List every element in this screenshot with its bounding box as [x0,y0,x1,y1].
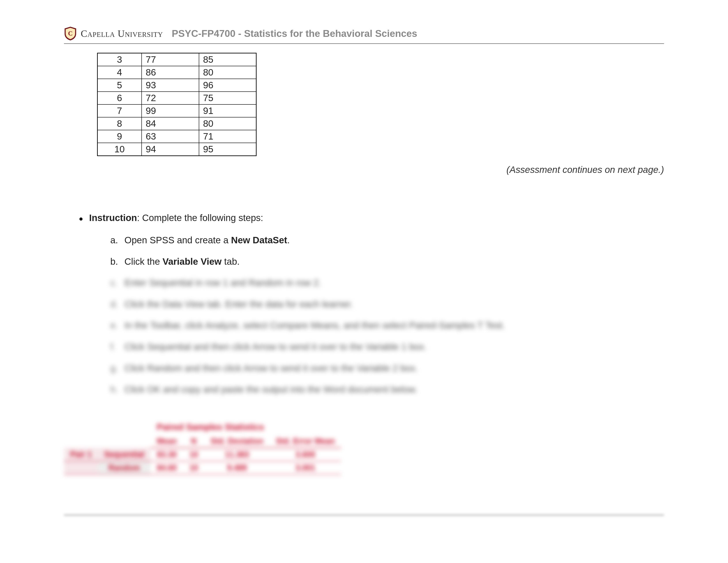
step-text: Click the Data View tab. Enter the data … [124,298,353,311]
cell-b: 91 [199,104,256,117]
cell-a: 99 [142,104,199,117]
ps-n: 10 [183,448,204,461]
instruction-label: Instruction [89,212,137,223]
ps-sd: 9.489 [204,461,270,475]
step-c: c. Enter Sequential in row 1 and Random … [110,277,664,289]
cell-b: 85 [199,53,256,66]
shield-icon: C [64,26,77,41]
cell-b: 80 [199,66,256,79]
step-bold: New DataSet [231,235,287,245]
table-row: 5 93 96 [98,79,256,92]
ps-row-name: Random [98,461,150,475]
ps-head-n: N [183,435,204,448]
cell-n: 4 [98,66,142,79]
cell-a: 63 [142,130,199,143]
instruction-bullet: Instruction: Complete the following step… [79,212,664,223]
cell-a: 77 [142,53,199,66]
university-name: Capella University [81,28,163,39]
ps-row: Random 84.60 10 9.489 3.001 [64,461,341,475]
step-letter: e. [110,320,119,332]
cell-b: 96 [199,79,256,92]
cell-n: 8 [98,117,142,130]
ps-se: 3.600 [270,448,341,461]
table-row: 6 72 75 [98,92,256,104]
cell-n: 5 [98,79,142,92]
step-d: d. Click the Data View tab. Enter the da… [110,298,664,311]
course-title: PSYC-FP4700 - Statistics for the Behavio… [172,28,417,39]
data-table: 3 77 85 4 86 80 5 93 96 6 72 75 [97,53,257,156]
ps-head-sd: Std. Deviation [204,435,270,448]
step-pre: Click the [124,256,163,267]
instructions-section: Instruction: Complete the following step… [79,212,664,396]
step-text: Click the Variable View tab. [124,256,240,268]
page-header: C Capella University PSYC-FP4700 - Stati… [64,26,664,44]
cell-n: 6 [98,92,142,104]
cell-a: 72 [142,92,199,104]
footer-divider [64,514,664,516]
step-text: In the Toolbar, click Analyze, select Co… [124,320,505,332]
cell-a: 86 [142,66,199,79]
instruction-lead: : Complete the following steps: [137,212,263,223]
cell-n: 10 [98,143,142,156]
ps-mean: 83.30 [150,448,183,461]
paired-samples-table: Mean N Std. Deviation Std. Error Mean Pa… [64,435,341,475]
cell-n: 7 [98,104,142,117]
university-logo-block: C Capella University [64,26,163,41]
step-letter: b. [110,256,119,268]
table-row: 9 63 71 [98,130,256,143]
step-h: h. Click OK and copy and paste the outpu… [110,384,664,396]
cell-n: 3 [98,53,142,66]
step-e: e. In the Toolbar, click Analyze, select… [110,320,664,332]
cell-b: 80 [199,117,256,130]
cell-b: 71 [199,130,256,143]
step-letter: a. [110,234,119,246]
cell-a: 93 [142,79,199,92]
table-row: 10 94 95 [98,143,256,156]
page-continuation-note: (Assessment continues on next page.) [64,164,664,175]
step-pre: Open SPSS and create a [124,235,231,245]
step-letter: h. [110,384,119,396]
step-text: Click OK and copy and paste the output i… [124,384,417,396]
step-text: Open SPSS and create a New DataSet. [124,234,290,246]
ps-pair-label: Pair 1 [64,448,98,461]
bullet-icon [79,217,83,220]
step-text: Enter Sequential in row 1 and Random in … [124,277,321,289]
ps-n: 10 [183,461,204,475]
step-list: a. Open SPSS and create a New DataSet. b… [110,234,664,396]
data-table-wrap: 3 77 85 4 86 80 5 93 96 6 72 75 [97,53,664,156]
step-b: b. Click the Variable View tab. [110,256,664,268]
table-row: 8 84 80 [98,117,256,130]
cell-n: 9 [98,130,142,143]
table-row: 7 99 91 [98,104,256,117]
step-letter: g. [110,362,119,375]
step-letter: c. [110,277,119,289]
paired-samples-title: Paired Samples Statistics [157,422,664,432]
table-row: 3 77 85 [98,53,256,66]
step-letter: f. [110,341,119,353]
cell-a: 94 [142,143,199,156]
cell-b: 95 [199,143,256,156]
step-text: Click Sequential and then click Arrow to… [124,341,427,353]
step-f: f. Click Sequential and then click Arrow… [110,341,664,353]
paired-samples-block: Paired Samples Statistics Mean N Std. De… [64,422,664,475]
table-row: 4 86 80 [98,66,256,79]
step-a: a. Open SPSS and create a New DataSet. [110,234,664,246]
ps-se: 3.001 [270,461,341,475]
ps-mean: 84.60 [150,461,183,475]
ps-row-name: Sequential [98,448,150,461]
svg-text:C: C [68,30,73,37]
ps-head-mean: Mean [150,435,183,448]
step-letter: d. [110,298,119,311]
step-bold: Variable View [163,256,222,267]
step-g: g. Click Random and then click Arrow to … [110,362,664,375]
cell-a: 84 [142,117,199,130]
step-post: tab. [221,256,240,267]
ps-head-se: Std. Error Mean [270,435,341,448]
step-text: Click Random and then click Arrow to sen… [124,362,418,375]
ps-row: Pair 1 Sequential 83.30 10 11.383 3.600 [64,448,341,461]
step-post: . [287,235,290,245]
cell-b: 75 [199,92,256,104]
ps-sd: 11.383 [204,448,270,461]
